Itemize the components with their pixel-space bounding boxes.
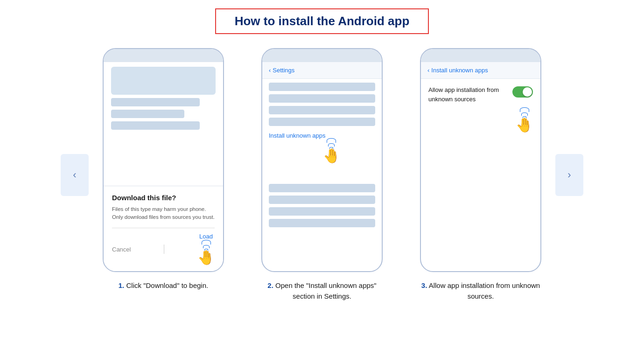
arc-outer-3 xyxy=(520,107,529,112)
toggle-knob xyxy=(523,87,532,97)
slides-wrapper: Download this file? Files of this type m… xyxy=(98,48,546,301)
arc-mid-1 xyxy=(203,245,210,248)
download-dialog: Download this file? Files of this type m… xyxy=(104,186,223,272)
step-num-3: 3. xyxy=(421,281,427,289)
page-title: How to install the Android app xyxy=(235,14,410,28)
cancel-button[interactable]: Cancel xyxy=(112,246,131,253)
slide-2: ‹ Settings Install unknown apps xyxy=(257,48,387,301)
toggle-cursor: 🤚 xyxy=(516,107,533,133)
button-divider xyxy=(164,245,164,254)
install-cursor: 🤚 xyxy=(287,138,375,164)
title-box: How to install the Android app xyxy=(215,8,429,34)
mock-bar-2 xyxy=(111,110,184,118)
hand-icon-3: 🤚 xyxy=(516,117,533,133)
load-cursor: 🤚 xyxy=(197,240,215,266)
arc-mid-3 xyxy=(521,112,528,116)
settings-bar-3 xyxy=(269,106,375,114)
settings-bar-7 xyxy=(269,207,375,216)
step-caption-2: 2. Open the "Install unknown apps" secti… xyxy=(261,280,383,301)
phone-mockup-1: Download this file? Files of this type m… xyxy=(103,48,224,272)
mock-bar-1 xyxy=(111,98,200,106)
next-button[interactable]: › xyxy=(555,154,583,196)
install-body: Allow app installation from unknown sour… xyxy=(421,79,540,271)
arc-mid-2 xyxy=(328,143,335,147)
install-back: ‹ Install unknown apps xyxy=(427,67,534,74)
toggle-cursor-area: 🤚 xyxy=(428,107,533,133)
step-num-1: 1. xyxy=(119,281,125,289)
phone-body-1 xyxy=(104,62,223,186)
install-back-label: Install unknown apps xyxy=(431,67,488,74)
settings-bar-1 xyxy=(269,83,375,91)
allow-text: Allow app installation from unknown sour… xyxy=(428,85,508,104)
settings-back: ‹ Settings xyxy=(269,67,375,74)
settings-bar-6 xyxy=(269,196,375,204)
step-caption-3: 3. Allow app installation from unknown s… xyxy=(420,280,541,301)
slide-1: Download this file? Files of this type m… xyxy=(98,48,229,291)
dialog-actions: Cancel Load 🤚 xyxy=(112,228,215,266)
mock-image xyxy=(111,67,216,95)
step-caption-1: 1. Click "Download" to begin. xyxy=(119,280,208,291)
mock-bar-3 xyxy=(111,121,200,130)
step-num-2: 2. xyxy=(267,281,273,289)
chevron-left-icon-settings: ‹ xyxy=(269,67,271,74)
settings-bar-5 xyxy=(269,184,375,192)
load-button[interactable]: Load xyxy=(199,233,213,240)
step-text-3: Allow app installation from unknown sour… xyxy=(429,281,540,300)
carousel: ‹ Download this file? Files of this type… xyxy=(0,48,644,301)
toggle-switch[interactable] xyxy=(512,86,533,98)
phone-top-bar-2 xyxy=(262,49,382,62)
settings-back-label: Settings xyxy=(273,67,294,74)
install-header: ‹ Install unknown apps xyxy=(421,62,540,79)
dialog-text: Files of this type may harm your phone. … xyxy=(112,205,215,222)
allow-row: Allow app installation from unknown sour… xyxy=(428,85,533,104)
settings-bar-2 xyxy=(269,94,375,103)
settings-bar-4 xyxy=(269,118,375,126)
chevron-right-icon: › xyxy=(567,169,571,181)
arc-outer-1 xyxy=(202,240,211,245)
chevron-left-icon: ‹ xyxy=(73,169,76,181)
step-text-1: Click "Download" to begin. xyxy=(126,281,208,289)
step-text-2: Open the "Install unknown apps" section … xyxy=(275,281,377,300)
hand-icon-2: 🤚 xyxy=(323,147,340,164)
settings-bar-8 xyxy=(269,219,375,227)
hand-icon-1: 🤚 xyxy=(197,249,215,266)
dialog-title: Download this file? xyxy=(112,194,215,202)
settings-header: ‹ Settings xyxy=(262,62,382,79)
install-link-area: Install unknown apps 🤚 xyxy=(269,129,375,166)
chevron-left-icon-install: ‹ xyxy=(427,67,429,74)
phone-top-bar-1 xyxy=(104,49,223,62)
phone-mockup-2: ‹ Settings Install unknown apps xyxy=(261,48,383,272)
arc-outer-2 xyxy=(327,138,336,143)
phone-top-bar-3 xyxy=(421,49,540,62)
slide-3: ‹ Install unknown apps Allow app install… xyxy=(415,48,546,301)
load-area: Load 🤚 xyxy=(197,233,215,266)
prev-button[interactable]: ‹ xyxy=(61,154,89,196)
phone-mockup-3: ‹ Install unknown apps Allow app install… xyxy=(420,48,541,272)
settings-body: Install unknown apps 🤚 xyxy=(262,79,382,271)
